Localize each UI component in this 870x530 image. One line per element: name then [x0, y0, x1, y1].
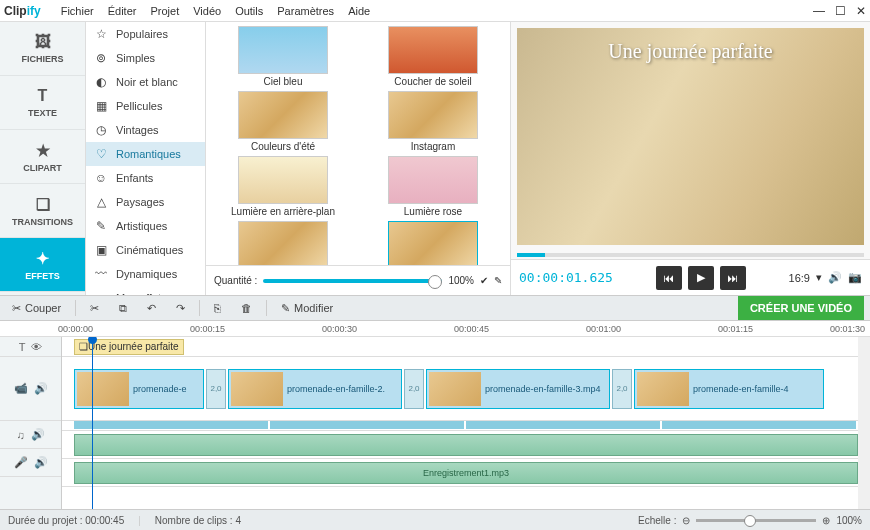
- video-clip-3[interactable]: promenade-en-famille-3.mp4: [426, 369, 610, 409]
- audio-clip-1[interactable]: [74, 434, 858, 456]
- heart-icon: ♡: [94, 147, 108, 161]
- music-icon: ♫: [16, 429, 24, 441]
- menu-help[interactable]: Aide: [348, 5, 370, 17]
- undo-icon[interactable]: ↶: [141, 299, 162, 318]
- transition-2[interactable]: 2,0: [404, 369, 424, 409]
- video-clip-4[interactable]: promenade-en-famille-4: [634, 369, 824, 409]
- delete-icon[interactable]: 🗑: [235, 299, 258, 317]
- cut-button[interactable]: ✂ Couper: [6, 299, 67, 318]
- efx-popular[interactable]: ☆Populaires: [86, 22, 205, 46]
- menu-project[interactable]: Projet: [150, 5, 179, 17]
- thumb-super-ambiance[interactable]: Super ambiance: [364, 221, 502, 265]
- efx-my[interactable]: ☻Mes effets: [86, 286, 205, 295]
- audio-track-2[interactable]: Enregistrement1.mp3: [62, 459, 858, 487]
- quantity-slider[interactable]: [263, 279, 442, 283]
- thumb-coucher[interactable]: Coucher de soleil: [364, 26, 502, 87]
- time-ruler[interactable]: 00:00:00 00:00:15 00:00:30 00:00:45 00:0…: [0, 321, 870, 337]
- aspect-ratio[interactable]: 16:9: [789, 272, 810, 284]
- audio-track-head: ♫🔊: [0, 421, 61, 449]
- volume-icon[interactable]: 🔊: [828, 271, 842, 284]
- eye-icon[interactable]: 👁: [31, 341, 42, 353]
- zoom-value: 100%: [836, 515, 862, 526]
- close-button[interactable]: ✕: [856, 4, 866, 18]
- tab-clipart[interactable]: ★CLIPART: [0, 130, 85, 184]
- circles-icon: ⊚: [94, 51, 108, 65]
- vertical-scrollbar[interactable]: [858, 337, 870, 509]
- smile-icon: ☺: [94, 171, 108, 185]
- tab-text[interactable]: TTEXTE: [0, 76, 85, 130]
- mic-track-head: 🎤🔊: [0, 449, 61, 477]
- split-icon[interactable]: ✂: [84, 299, 105, 318]
- efx-kids[interactable]: ☺Enfants: [86, 166, 205, 190]
- video-clip-2[interactable]: promenade-en-famille-2.: [228, 369, 402, 409]
- menu-file[interactable]: Fichier: [61, 5, 94, 17]
- menu-settings[interactable]: Paramètres: [277, 5, 334, 17]
- playhead[interactable]: [92, 337, 93, 509]
- efx-bw[interactable]: ◐Noir et blanc: [86, 70, 205, 94]
- crop-icon[interactable]: ⧉: [113, 299, 133, 318]
- audio-track-1[interactable]: [62, 431, 858, 459]
- preview-progress[interactable]: [517, 253, 864, 257]
- maximize-button[interactable]: ☐: [835, 4, 846, 18]
- tab-effects[interactable]: ✦EFFETS: [0, 238, 85, 292]
- minimize-button[interactable]: —: [813, 4, 825, 18]
- clip-count: Nombre de clips : 4: [155, 515, 241, 526]
- create-video-button[interactable]: CRÉER UNE VIDÉO: [738, 296, 864, 320]
- zoom-out-icon[interactable]: ⊖: [682, 515, 690, 526]
- menu-video[interactable]: Vidéo: [193, 5, 221, 17]
- contrast-icon: ◐: [94, 75, 108, 89]
- play-button[interactable]: ▶: [688, 266, 714, 290]
- track-body[interactable]: ❏ Une journée parfaite promenade-e 2,0 p…: [62, 337, 858, 509]
- tab-transitions[interactable]: ❏TRANSITIONS: [0, 184, 85, 238]
- statusbar: Durée du projet : 00:00:45 | Nombre de c…: [0, 509, 870, 530]
- prev-button[interactable]: ⏮: [656, 266, 682, 290]
- snapshot-icon[interactable]: 📷: [848, 271, 862, 284]
- thumb-ciel-bleu[interactable]: Ciel bleu: [214, 26, 352, 87]
- titlebar: Clipify Fichier Éditer Projet Vidéo Outi…: [0, 0, 870, 22]
- scale-label: Echelle :: [638, 515, 676, 526]
- transition-1[interactable]: 2,0: [206, 369, 226, 409]
- volume-icon[interactable]: 🔊: [34, 382, 48, 395]
- video-track[interactable]: promenade-e 2,0 promenade-en-famille-2. …: [62, 357, 858, 421]
- efx-romantic[interactable]: ♡Romantiques: [86, 142, 205, 166]
- zoom-in-icon[interactable]: ⊕: [822, 515, 830, 526]
- zoom-slider[interactable]: [696, 519, 816, 522]
- volume-icon[interactable]: 🔊: [34, 456, 48, 469]
- star-icon: ☆: [94, 27, 108, 41]
- next-button[interactable]: ⏭: [720, 266, 746, 290]
- efx-landscape[interactable]: △Paysages: [86, 190, 205, 214]
- thumb-couleurs[interactable]: Couleurs d'été: [214, 91, 352, 152]
- film-icon: ▦: [94, 99, 108, 113]
- thumb-instagram[interactable]: Instagram: [364, 91, 502, 152]
- quantity-value: 100%: [448, 275, 474, 286]
- text-track[interactable]: ❏ Une journée parfaite: [62, 337, 858, 357]
- efx-film[interactable]: ▦Pellicules: [86, 94, 205, 118]
- wand-icon[interactable]: ✎: [494, 275, 502, 286]
- volume-icon[interactable]: 🔊: [31, 428, 45, 441]
- palette-icon: ✎: [94, 219, 108, 233]
- video-icon: 📹: [14, 382, 28, 395]
- menu-edit[interactable]: Éditer: [108, 5, 137, 17]
- apply-icon[interactable]: ✔: [480, 275, 488, 286]
- edit-button[interactable]: ✎ Modifier: [275, 299, 339, 318]
- efx-dynamic[interactable]: 〰Dynamiques: [86, 262, 205, 286]
- transition-3[interactable]: 2,0: [612, 369, 632, 409]
- copy-icon[interactable]: ⎘: [208, 299, 227, 317]
- preview-canvas[interactable]: Une journée parfaite: [517, 28, 864, 245]
- audio-clip-2[interactable]: Enregistrement1.mp3: [74, 462, 858, 484]
- timeline-toolbar: ✂ Couper ✂ ⧉ ↶ ↷ ⎘ 🗑 ✎ Modifier CRÉER UN…: [0, 295, 870, 321]
- thumb-lumiere-arriere[interactable]: Lumière en arrière-plan: [214, 156, 352, 217]
- efx-cinematic[interactable]: ▣Cinématiques: [86, 238, 205, 262]
- thumb-lumiere-rose[interactable]: Lumière rose: [364, 156, 502, 217]
- efx-artistic[interactable]: ✎Artistiques: [86, 214, 205, 238]
- thumb-muguet[interactable]: Muguet: [214, 221, 352, 265]
- layers-icon: ❏: [36, 195, 50, 214]
- preview-panel: Une journée parfaite 00:00:01.625 ⏮ ▶ ⏭ …: [510, 22, 870, 295]
- tab-files[interactable]: 🖼FICHIERS: [0, 22, 85, 76]
- menubar: Fichier Éditer Projet Vidéo Outils Param…: [61, 5, 370, 17]
- redo-icon[interactable]: ↷: [170, 299, 191, 318]
- video-clip-1[interactable]: promenade-e: [74, 369, 204, 409]
- efx-vintage[interactable]: ◷Vintages: [86, 118, 205, 142]
- menu-tools[interactable]: Outils: [235, 5, 263, 17]
- efx-simple[interactable]: ⊚Simples: [86, 46, 205, 70]
